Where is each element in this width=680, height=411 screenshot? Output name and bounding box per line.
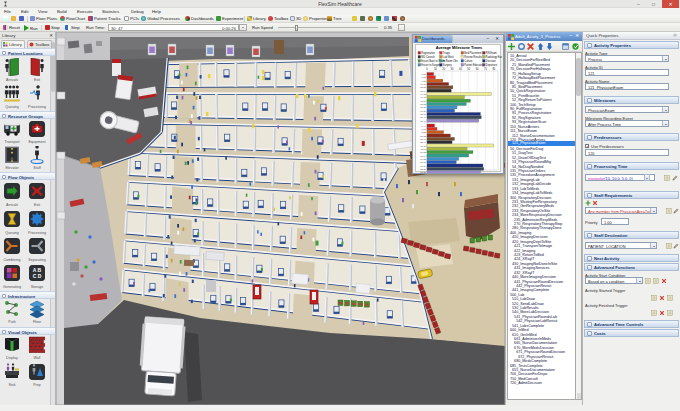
svg-text:21:14: 21:14: [420, 90, 426, 92]
svg-text:Registration: Registration: [421, 51, 435, 55]
svg-text:1:44: 1:44: [422, 125, 427, 127]
svg-text:Patient Education: Patient Education: [464, 63, 485, 67]
svg-text:MD Consult: MD Consult: [421, 55, 435, 59]
svg-text:45:01: 45:01: [420, 100, 426, 102]
svg-text:23:25: 23:25: [420, 86, 426, 88]
svg-text:64:21: 64:21: [420, 93, 426, 95]
svg-text:50:22: 50:22: [420, 151, 426, 153]
svg-text:26:14: 26:14: [420, 138, 426, 140]
svg-text:1:06: 1:06: [422, 128, 427, 130]
svg-text:0: 0: [426, 67, 428, 71]
svg-text:21:26: 21:26: [420, 106, 426, 108]
svg-text:Radiology Exam: Radiology Exam: [486, 55, 502, 59]
svg-text:10: 10: [434, 67, 437, 71]
svg-text:Review Results: Review Results: [464, 55, 482, 59]
svg-text:60: 60: [476, 67, 479, 71]
svg-text:19:10: 19:10: [420, 83, 426, 85]
svg-text:1:37: 1:37: [422, 73, 427, 75]
svg-text:55:18: 55:18: [420, 113, 426, 115]
svg-text:RN Exam: RN Exam: [486, 51, 497, 55]
svg-text:Decision: Decision: [486, 59, 496, 63]
svg-text:Bed Placement: Bed Placement: [464, 51, 482, 55]
svg-text:21:33: 21:33: [420, 135, 426, 137]
svg-text:23:40: 23:40: [420, 141, 426, 143]
svg-text:Surgery: Surgery: [443, 63, 453, 67]
svg-text:80: 80: [492, 67, 495, 71]
svg-text:C D: C D: [33, 273, 42, 279]
svg-text:Culture: Culture: [464, 59, 473, 63]
svg-text:53:25: 53:25: [420, 171, 426, 173]
svg-text:59:34: 59:34: [420, 165, 426, 167]
svg-text:30: 30: [451, 67, 454, 71]
svg-text:41:45: 41:45: [420, 96, 426, 98]
svg-text:24:25: 24:25: [420, 158, 426, 160]
svg-text:21:18: 21:18: [420, 161, 426, 163]
svg-text:4:37: 4:37: [422, 80, 427, 82]
svg-text:31:52: 31:52: [420, 103, 426, 105]
svg-text:20: 20: [442, 67, 445, 71]
svg-text:40: 40: [459, 67, 462, 71]
svg-text:70: 70: [484, 67, 487, 71]
svg-text:Triage: Triage: [443, 51, 451, 55]
svg-text:5:02: 5:02: [422, 131, 427, 133]
svg-text:0:58: 0:58: [422, 76, 427, 78]
svg-text:In Room Obs: In Room Obs: [443, 59, 459, 63]
svg-text:Departure: Departure: [486, 63, 498, 67]
svg-text:19:26: 19:26: [420, 110, 426, 112]
svg-text:36:14: 36:14: [420, 155, 426, 157]
svg-text:79:26: 79:26: [420, 145, 426, 147]
svg-text:Lab Work: Lab Work: [443, 55, 455, 59]
svg-text:55:21: 55:21: [420, 168, 426, 170]
svg-text:50: 50: [467, 67, 470, 71]
svg-text:51:44: 51:44: [420, 116, 426, 118]
svg-text:45:11: 45:11: [420, 148, 426, 150]
svg-text:50:41: 50:41: [420, 120, 426, 122]
svg-text:Escort to Surgery: Escort to Surgery: [421, 63, 441, 67]
svg-text:Average Milestone Times: Average Milestone Times: [436, 45, 483, 50]
